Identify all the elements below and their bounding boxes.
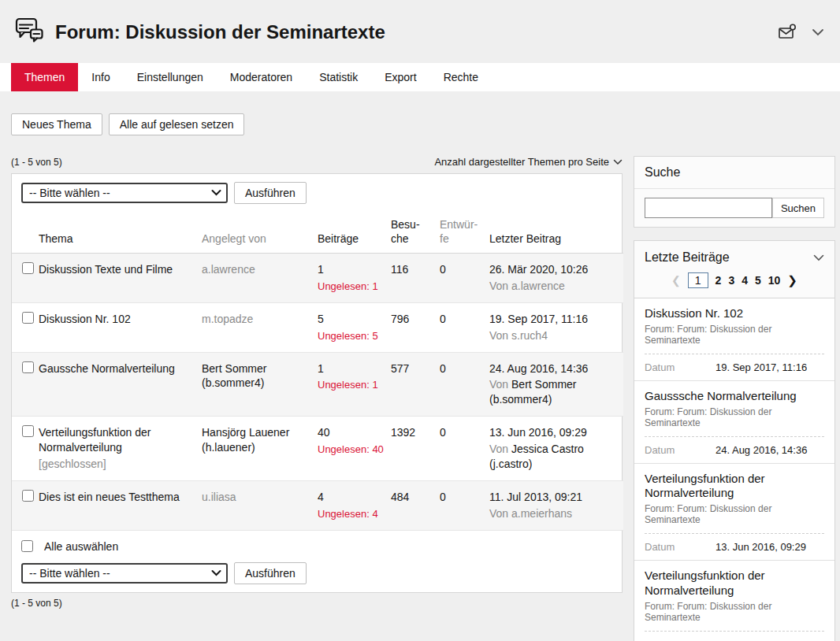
list-item: Gausssche Normalverteilung Forum: Forum:… xyxy=(634,381,834,464)
pagination-next-icon[interactable]: ❯ xyxy=(787,273,797,287)
row-checkbox[interactable] xyxy=(22,361,34,373)
posts-count: 40 xyxy=(318,425,385,440)
search-button[interactable]: Suchen xyxy=(772,198,824,218)
bulk-action-select-bottom[interactable]: -- Bitte wählen -- xyxy=(21,563,228,584)
header-checkbox-spacer xyxy=(12,212,39,254)
latest-post-title-link[interactable]: Diskussion Nr. 102 xyxy=(645,306,824,321)
topic-title-link[interactable]: Gaussche Normalverteilung xyxy=(39,362,175,375)
date-label: Datum xyxy=(645,444,715,456)
pagination-page-link[interactable]: 4 xyxy=(742,274,748,287)
column-header-besuche[interactable]: Besu- che xyxy=(391,212,440,254)
drafts-count: 0 xyxy=(440,491,446,503)
latest-post-forum: Forum: Forum: Diskussion der Seminartext… xyxy=(645,324,824,346)
visits-count: 1392 xyxy=(391,426,415,439)
topic-creator: a.lawrence xyxy=(202,263,255,276)
tab-moderatoren[interactable]: Moderatoren xyxy=(217,63,306,91)
search-panel-title: Suche xyxy=(645,165,680,180)
latest-post-forum: Forum: Forum: Diskussion der Seminartext… xyxy=(645,503,824,525)
tab-rechte[interactable]: Rechte xyxy=(430,63,492,91)
topic-creator-link[interactable]: Hansjörg Lauener (h.lauener) xyxy=(202,426,289,454)
mark-all-read-button[interactable]: Alle auf gelesen setzen xyxy=(109,113,245,135)
latest-posts-list: Diskussion Nr. 102 Forum: Forum: Diskuss… xyxy=(634,298,834,641)
row-checkbox[interactable] xyxy=(22,312,34,324)
topics-table-panel: -- Bitte wählen -- Ausführen xyxy=(11,173,623,593)
chevron-down-icon[interactable] xyxy=(812,28,824,36)
pagination-page-link[interactable]: 2 xyxy=(715,274,722,287)
tab-bar: Themen Info Einstellungen Moderatoren St… xyxy=(0,63,840,91)
von-label: Von xyxy=(489,280,508,292)
row-checkbox[interactable] xyxy=(22,425,34,437)
unread-count: Ungelesen: 1 xyxy=(318,378,385,392)
dashed-divider xyxy=(645,631,824,632)
select-all-checkbox[interactable] xyxy=(21,540,33,552)
latest-post-forum: Forum: Forum: Diskussion der Seminartext… xyxy=(645,406,824,428)
date-label: Datum xyxy=(645,639,715,641)
last-post-date: 24. Aug 2016, 14:36 xyxy=(489,361,617,376)
bulk-action-select-top[interactable]: -- Bitte wählen -- xyxy=(21,183,228,203)
latest-post-title-link[interactable]: Gausssche Normalverteilung xyxy=(645,389,824,404)
row-checkbox[interactable] xyxy=(22,262,34,274)
visits-count: 116 xyxy=(391,263,408,276)
new-topic-button[interactable]: Neues Thema xyxy=(11,113,102,135)
dashed-divider xyxy=(645,533,824,534)
last-post-date: 26. Mär 2020, 10:26 xyxy=(489,262,617,277)
topic-creator-link[interactable]: Bert Sommer (b.sommer4) xyxy=(202,362,266,390)
table-row: Diskussion Texte und Filme a.lawrence 1 … xyxy=(12,254,623,303)
mail-notification-icon[interactable] xyxy=(777,23,797,42)
toolbar: Neues Thema Alle auf gelesen setzen xyxy=(0,91,840,135)
latest-posts-panel: Letzte Beiträge ❮ 1 2 3 4 5 10 ❯ xyxy=(634,240,835,641)
visits-count: 484 xyxy=(391,491,409,503)
topics-section: (1 - 5 von 5) Anzahl dargestellter Theme… xyxy=(11,156,623,609)
tab-info[interactable]: Info xyxy=(78,63,123,91)
topic-creator: u.iliasa xyxy=(202,491,236,503)
column-header-beitraege[interactable]: Beiträge xyxy=(318,212,391,254)
von-label: Von xyxy=(489,329,508,342)
unread-count: Ungelesen: 40 xyxy=(318,443,385,457)
pagination-page-link[interactable]: 3 xyxy=(728,274,734,287)
topic-creator: m.topadze xyxy=(202,313,253,325)
pagination-current-page: 1 xyxy=(688,272,708,288)
unread-count: Ungelesen: 1 xyxy=(318,280,385,294)
chevron-down-icon[interactable] xyxy=(813,254,824,261)
last-post-author: s.ruch4 xyxy=(511,329,548,342)
dashed-divider xyxy=(645,436,824,437)
table-row: Verteilungsfunktion der Normalverteilung… xyxy=(12,417,623,481)
latest-post-title-link[interactable]: Verteilungsfunktion der Normalverteilung xyxy=(645,472,824,502)
column-header-angelegt-von[interactable]: Angelegt von xyxy=(202,212,318,254)
topics-table: Thema Angelegt von Beiträge Besu- che En… xyxy=(12,212,623,531)
pagination-page-link[interactable]: 5 xyxy=(755,274,761,287)
result-range-top: (1 - 5 von 5) xyxy=(11,157,62,168)
execute-button-top[interactable]: Ausführen xyxy=(234,182,307,204)
topic-title-link[interactable]: Diskussion Nr. 102 xyxy=(39,313,131,325)
page: Forum: Diskussion der Seminartexte Theme… xyxy=(0,0,840,641)
execute-button-bottom[interactable]: Ausführen xyxy=(234,562,307,584)
tab-einstellungen[interactable]: Einstellungen xyxy=(124,63,217,91)
von-label: Von xyxy=(489,378,508,391)
per-page-control[interactable]: Anzahl dargestellter Themen pro Seite xyxy=(434,156,623,168)
column-header-entwuerfe[interactable]: Entwür- fe xyxy=(440,212,489,254)
pagination-prev-icon: ❮ xyxy=(671,274,681,287)
result-range-bottom: (1 - 5 von 5) xyxy=(11,598,623,609)
latest-post-date: 24. Aug 2016, 14:36 xyxy=(715,444,807,456)
topic-status: [geschlossen] xyxy=(39,457,195,472)
column-header-letzter-beitrag[interactable]: Letzter Beitrag xyxy=(489,212,623,254)
list-item: Diskussion Nr. 102 Forum: Forum: Diskuss… xyxy=(634,298,834,381)
topic-title-link[interactable]: Verteilungsfunktion der Normalverteilung xyxy=(39,426,151,454)
topic-title-link[interactable]: Diskussion Texte und Filme xyxy=(39,263,173,276)
list-item: Verteilungsfunktion der Normalverteilung… xyxy=(634,464,834,561)
last-post-date: 19. Sep 2017, 11:16 xyxy=(489,312,617,327)
tab-themen[interactable]: Themen xyxy=(11,63,78,91)
search-input[interactable] xyxy=(645,198,772,218)
topic-title-link[interactable]: Dies ist ein neues Testthema xyxy=(39,491,180,503)
latest-post-title-link[interactable]: Verteilungsfunktion der Normalverteilung xyxy=(645,569,824,598)
last-post-date: 11. Jul 2013, 09:21 xyxy=(489,490,617,505)
latest-posts-header: Letzte Beiträge xyxy=(634,241,834,271)
tab-export[interactable]: Export xyxy=(371,63,429,91)
chevron-down-icon xyxy=(613,156,623,168)
tab-statistik[interactable]: Statistik xyxy=(306,63,371,91)
column-header-thema[interactable]: Thema xyxy=(39,212,202,254)
row-checkbox[interactable] xyxy=(22,490,34,502)
visits-count: 577 xyxy=(391,362,409,375)
pagination-page-link[interactable]: 10 xyxy=(768,274,781,287)
last-post-author: a.lawrence xyxy=(511,280,565,292)
